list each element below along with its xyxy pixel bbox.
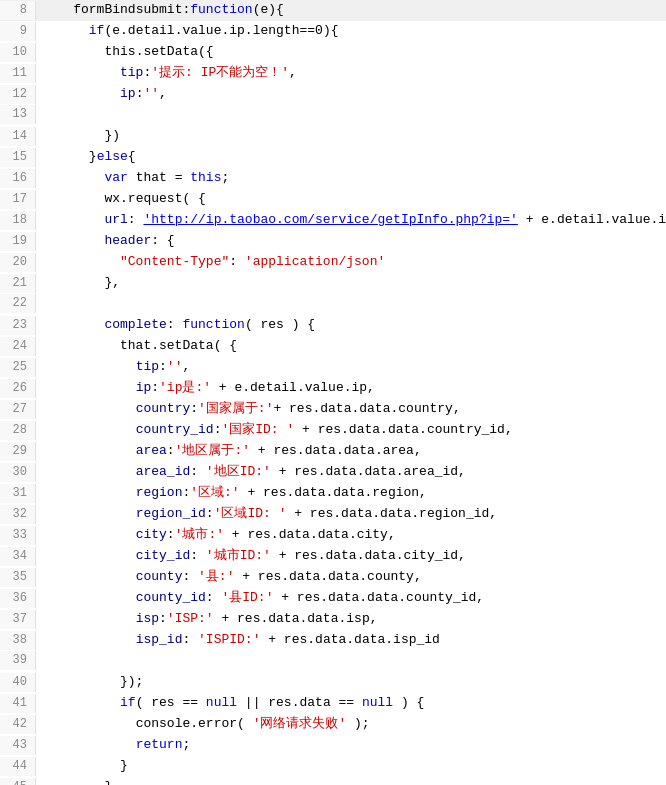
code-line-23: 23 complete: function( res ) { bbox=[0, 315, 666, 336]
line-num-20: 20 bbox=[0, 253, 36, 272]
line-num-28: 28 bbox=[0, 421, 36, 440]
line-num-34: 34 bbox=[0, 547, 36, 566]
line-num-31: 31 bbox=[0, 484, 36, 503]
line-content-12: ip:'', bbox=[36, 84, 167, 104]
line-content-34: city_id: '城市ID:' + res.data.data.city_id… bbox=[36, 546, 466, 566]
line-num-37: 37 bbox=[0, 610, 36, 629]
line-num-32: 32 bbox=[0, 505, 36, 524]
line-num-24: 24 bbox=[0, 337, 36, 356]
line-num-29: 29 bbox=[0, 442, 36, 461]
line-content-29: area:'地区属于:' + res.data.data.area, bbox=[36, 441, 422, 461]
line-content-38: isp_id: 'ISPID:' + res.data.data.isp_id bbox=[36, 630, 440, 650]
code-line-27: 27 country:'国家属于:'+ res.data.data.countr… bbox=[0, 399, 666, 420]
line-content-28: country_id:'国家ID: ' + res.data.data.coun… bbox=[36, 420, 513, 440]
line-num-15: 15 bbox=[0, 148, 36, 167]
code-line-31: 31 region:'区域:' + res.data.data.region, bbox=[0, 483, 666, 504]
code-line-45: 45 } bbox=[0, 777, 666, 785]
code-line-35: 35 county: '县:' + res.data.data.county, bbox=[0, 567, 666, 588]
line-content-9: if(e.detail.value.ip.length==0){ bbox=[36, 21, 338, 41]
line-content-27: country:'国家属于:'+ res.data.data.country, bbox=[36, 399, 461, 419]
line-num-45: 45 bbox=[0, 778, 36, 785]
line-content-17: wx.request( { bbox=[36, 189, 206, 209]
line-num-19: 19 bbox=[0, 232, 36, 251]
code-line-33: 33 city:'城市:' + res.data.data.city, bbox=[0, 525, 666, 546]
line-content-8: formBindsubmit:function(e){ bbox=[36, 0, 284, 20]
code-line-40: 40 }); bbox=[0, 672, 666, 693]
code-line-19: 19 header: { bbox=[0, 231, 666, 252]
line-content-23: complete: function( res ) { bbox=[36, 315, 315, 335]
code-line-26: 26 ip:'ip是:' + e.detail.value.ip, bbox=[0, 378, 666, 399]
code-line-14: 14 }) bbox=[0, 126, 666, 147]
line-content-20: "Content-Type": 'application/json' bbox=[36, 252, 385, 272]
line-content-16: var that = this; bbox=[36, 168, 229, 188]
line-num-16: 16 bbox=[0, 169, 36, 188]
code-line-30: 30 area_id: '地区ID:' + res.data.data.area… bbox=[0, 462, 666, 483]
code-line-24: 24 that.setData( { bbox=[0, 336, 666, 357]
code-line-32: 32 region_id:'区域ID: ' + res.data.data.re… bbox=[0, 504, 666, 525]
line-num-26: 26 bbox=[0, 379, 36, 398]
code-line-18: 18 url: 'http://ip.taobao.com/service/ge… bbox=[0, 210, 666, 231]
code-line-9: 9 if(e.detail.value.ip.length==0){ bbox=[0, 21, 666, 42]
line-num-17: 17 bbox=[0, 190, 36, 209]
line-content-33: city:'城市:' + res.data.data.city, bbox=[36, 525, 396, 545]
code-line-17: 17 wx.request( { bbox=[0, 189, 666, 210]
line-content-35: county: '县:' + res.data.data.county, bbox=[36, 567, 422, 587]
code-line-16: 16 var that = this; bbox=[0, 168, 666, 189]
code-editor: 8 formBindsubmit:function(e){ 9 if(e.det… bbox=[0, 0, 666, 785]
line-content-21: }, bbox=[36, 273, 120, 293]
line-num-22: 22 bbox=[0, 294, 36, 313]
line-num-40: 40 bbox=[0, 673, 36, 692]
line-num-14: 14 bbox=[0, 127, 36, 146]
code-line-10: 10 this.setData({ bbox=[0, 42, 666, 63]
code-line-44: 44 } bbox=[0, 756, 666, 777]
line-content-43: return; bbox=[36, 735, 190, 755]
code-line-12: 12 ip:'', bbox=[0, 84, 666, 105]
line-num-21: 21 bbox=[0, 274, 36, 293]
line-content-19: header: { bbox=[36, 231, 175, 251]
line-content-36: county_id: '县ID:' + res.data.data.county… bbox=[36, 588, 484, 608]
line-num-18: 18 bbox=[0, 211, 36, 230]
code-line-43: 43 return; bbox=[0, 735, 666, 756]
code-line-37: 37 isp:'ISP:' + res.data.data.isp, bbox=[0, 609, 666, 630]
line-content-10: this.setData({ bbox=[36, 42, 214, 62]
line-content-11: tip:'提示: IP不能为空！', bbox=[36, 63, 297, 83]
code-line-25: 25 tip:'', bbox=[0, 357, 666, 378]
code-line-13: 13 bbox=[0, 105, 666, 126]
line-content-14: }) bbox=[36, 126, 120, 146]
code-line-29: 29 area:'地区属于:' + res.data.data.area, bbox=[0, 441, 666, 462]
code-line-36: 36 county_id: '县ID:' + res.data.data.cou… bbox=[0, 588, 666, 609]
line-num-10: 10 bbox=[0, 43, 36, 62]
line-content-15: }else{ bbox=[36, 147, 136, 167]
line-num-44: 44 bbox=[0, 757, 36, 776]
code-line-28: 28 country_id:'国家ID: ' + res.data.data.c… bbox=[0, 420, 666, 441]
line-content-42: console.error( '网络请求失败' ); bbox=[36, 714, 370, 734]
line-num-33: 33 bbox=[0, 526, 36, 545]
line-num-35: 35 bbox=[0, 568, 36, 587]
line-num-43: 43 bbox=[0, 736, 36, 755]
line-content-26: ip:'ip是:' + e.detail.value.ip, bbox=[36, 378, 375, 398]
line-content-30: area_id: '地区ID:' + res.data.data.area_id… bbox=[36, 462, 466, 482]
code-line-39: 39 bbox=[0, 651, 666, 672]
code-line-8: 8 formBindsubmit:function(e){ bbox=[0, 0, 666, 21]
line-num-39: 39 bbox=[0, 651, 36, 670]
line-content-40: }); bbox=[36, 672, 143, 692]
line-content-45: } bbox=[36, 777, 112, 785]
line-content-24: that.setData( { bbox=[36, 336, 237, 356]
code-line-42: 42 console.error( '网络请求失败' ); bbox=[0, 714, 666, 735]
line-content-31: region:'区域:' + res.data.data.region, bbox=[36, 483, 427, 503]
code-line-41: 41 if( res == null || res.data == null )… bbox=[0, 693, 666, 714]
code-line-15: 15 }else{ bbox=[0, 147, 666, 168]
line-num-36: 36 bbox=[0, 589, 36, 608]
line-num-23: 23 bbox=[0, 316, 36, 335]
line-content-18: url: 'http://ip.taobao.com/service/getIp… bbox=[36, 210, 666, 230]
line-num-38: 38 bbox=[0, 631, 36, 650]
line-content-41: if( res == null || res.data == null ) { bbox=[36, 693, 424, 713]
code-line-22: 22 bbox=[0, 294, 666, 315]
line-num-9: 9 bbox=[0, 22, 36, 41]
code-line-11: 11 tip:'提示: IP不能为空！', bbox=[0, 63, 666, 84]
line-num-13: 13 bbox=[0, 105, 36, 124]
code-line-38: 38 isp_id: 'ISPID:' + res.data.data.isp_… bbox=[0, 630, 666, 651]
line-content-32: region_id:'区域ID: ' + res.data.data.regio… bbox=[36, 504, 497, 524]
line-num-8: 8 bbox=[0, 1, 36, 20]
code-line-21: 21 }, bbox=[0, 273, 666, 294]
